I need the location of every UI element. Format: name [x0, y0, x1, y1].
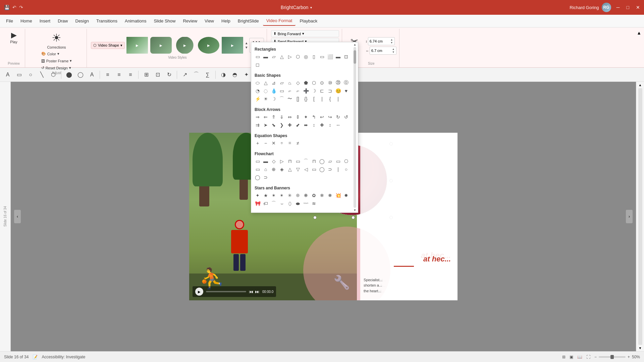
shape-callout-lr[interactable]: ↕ [310, 121, 318, 129]
line-tool[interactable]: ╲ [37, 70, 47, 80]
gallery-down-arrow[interactable]: ▼ [245, 46, 248, 49]
shape-rect-8[interactable]: ▯ [310, 53, 318, 60]
equation-tool[interactable]: ∑ [203, 70, 213, 80]
shape-basic-trapezoid[interactable]: ⏢ [286, 79, 293, 86]
shape-not-equal-eq[interactable]: ≠ [294, 139, 302, 147]
shape-fc-data[interactable]: ▷ [278, 158, 285, 165]
shape-fc-directdata[interactable]: | [334, 166, 342, 173]
shape-double-wave[interactable]: 〜 [286, 95, 293, 103]
shape-fc-collate[interactable]: ◈ [278, 166, 285, 173]
fill-tool[interactable]: ⬤ [64, 70, 74, 80]
align-left-tool[interactable]: ≡ [103, 70, 113, 80]
gallery-up-arrow[interactable]: ▲ [245, 41, 248, 45]
shape-basic-pentagon[interactable]: ⬟ [302, 79, 310, 86]
shape-u-turn[interactable]: ↻ [334, 113, 342, 121]
next-slide-button[interactable]: › [626, 210, 633, 223]
shape-minus-eq[interactable]: − [262, 139, 269, 147]
height-up[interactable]: ▲ [390, 38, 393, 41]
shape-rect-7[interactable]: ◎ [302, 53, 310, 60]
shape-fc-tape[interactable]: ⌂ [262, 166, 269, 173]
shape-corner[interactable]: ⌐ [294, 87, 302, 95]
user-avatar[interactable]: RG [602, 3, 611, 12]
shape-basic-dodecagon[interactable]: ⓪ [342, 79, 350, 86]
shape-fc-manual[interactable]: ▭ [334, 158, 342, 165]
shadow-tool[interactable]: ◑ [218, 70, 228, 80]
shape-chevron[interactable]: ❯ [278, 121, 285, 129]
shape-bent-arrow-left[interactable]: ↪ [326, 113, 334, 121]
width-down[interactable]: ▼ [392, 51, 395, 54]
align-center-tool[interactable]: ≡ [114, 70, 124, 80]
shape-fc-card[interactable]: ▭ [254, 166, 261, 173]
shape-basic-oval[interactable]: ⬭ [254, 79, 261, 86]
menu-brightslide[interactable]: BrightSlide [234, 16, 262, 25]
shape-fc-extract[interactable]: ▽ [294, 166, 302, 173]
shape-arrow-down[interactable]: ⇓ [278, 113, 285, 121]
video-style-3[interactable]: ▶ [173, 36, 196, 54]
shape-fc-sumjunc[interactable]: ⊕ [270, 166, 277, 173]
shape-rect-12[interactable]: ⊡ [342, 53, 350, 60]
height-input[interactable]: 6.74 cm ▲ ▼ [368, 37, 395, 45]
shape-pie[interactable]: ◔ [254, 87, 261, 95]
shape-ribbon-down[interactable]: 🏷 [262, 200, 269, 207]
shape-crescent[interactable]: ☽ [270, 95, 277, 103]
shape-basic-octagon[interactable]: ⑩ [326, 79, 334, 86]
shape-arrow-ud[interactable]: ⇕ [294, 113, 302, 121]
video-forward-button[interactable]: ⏭ [255, 289, 260, 294]
reset-design-button[interactable]: ↺ Reset Design ▾ [39, 65, 74, 71]
menu-animations[interactable]: Animations [121, 16, 150, 25]
video-progress-bar[interactable] [206, 291, 246, 292]
shape-teardrop[interactable]: 💧 [270, 87, 277, 95]
shape-arrow-quad[interactable]: ✦ [302, 113, 310, 121]
text-tool[interactable]: A [3, 70, 13, 80]
shape-12pt-star[interactable]: ❋ [302, 192, 310, 199]
accessibility-status[interactable]: Accessibility: Investigate [42, 355, 85, 359]
height-down[interactable]: ▼ [390, 41, 393, 44]
shape-callout-left[interactable]: ⬋ [294, 121, 302, 129]
shape-bent-arrow-up[interactable]: ↰ [310, 113, 318, 121]
shape-up-down[interactable]: ↕ [326, 121, 334, 129]
shape-arrow-up[interactable]: ⇑ [270, 113, 277, 121]
menu-file[interactable]: File [3, 16, 16, 25]
zoom-out-button[interactable]: − [594, 355, 597, 359]
shape-double-wave2[interactable]: ≋ [310, 200, 318, 207]
close-button[interactable]: ✕ [636, 5, 640, 10]
shape-basic-triangle[interactable]: △ [262, 79, 269, 86]
video-style-5[interactable]: ▶ [221, 36, 244, 54]
shape-fc-database[interactable]: ⊃ [326, 166, 334, 173]
reading-view-button[interactable]: 📖 [577, 355, 582, 359]
shape-arc[interactable]: ⌒ [278, 95, 285, 103]
window-controls[interactable]: ─ □ ✕ [616, 5, 640, 10]
shape-basic-decagon[interactable]: ⑳ [334, 79, 342, 86]
shape-24pt-star[interactable]: ❄ [318, 192, 326, 199]
shape-fc-magneticdata[interactable]: ◯ [254, 174, 261, 181]
shape-bracket-pair[interactable]: [] [294, 95, 302, 103]
shape-circular-arrow[interactable]: ↺ [342, 113, 350, 121]
shape-turn-arrow[interactable]: ↔ [334, 121, 342, 129]
video-style-2[interactable]: ▶ [150, 36, 172, 54]
normal-view-button[interactable]: ⊞ [562, 355, 566, 359]
shape-striped-arrow[interactable]: ⇉ [254, 121, 261, 129]
shape-curved-down[interactable]: ⌣ [278, 200, 285, 207]
shape-basic-heptagon[interactable]: ⊙ [318, 79, 326, 86]
selection-handle-bm[interactable] [352, 216, 355, 219]
video-rewind-button[interactable]: ⏮ [249, 289, 254, 294]
shape-rect-4[interactable]: △ [278, 53, 285, 60]
shape-wave[interactable]: 〰 [302, 200, 310, 207]
shape-rect-10[interactable]: ⬜ [326, 53, 334, 60]
scroll-up-button[interactable]: ▲ [637, 82, 643, 88]
shape-multiply-eq[interactable]: ✕ [270, 139, 277, 147]
shape-4pt-star[interactable]: ✦ [254, 192, 261, 199]
shape-equals-eq[interactable]: = [286, 139, 293, 147]
menu-slideshow[interactable]: Slide Show [150, 16, 179, 25]
shape-fc-process[interactable]: ▭ [254, 158, 261, 165]
zoom-in-button[interactable]: + [628, 355, 630, 359]
color-button[interactable]: 🎨 Color ▾ [39, 51, 74, 57]
shape-rect-11[interactable]: ▬ [334, 53, 342, 60]
connector-tool[interactable]: ↗ [180, 70, 190, 80]
shape-scroll-vertical[interactable]: ⬬ [294, 200, 302, 207]
menu-video-format[interactable]: Video Format [263, 16, 296, 26]
shape-right-brace[interactable]: | [334, 95, 342, 103]
shape-rect-6[interactable]: ⬡ [294, 53, 302, 60]
outline-tool[interactable]: ◯ [75, 70, 86, 80]
menu-insert[interactable]: Insert [36, 16, 54, 25]
